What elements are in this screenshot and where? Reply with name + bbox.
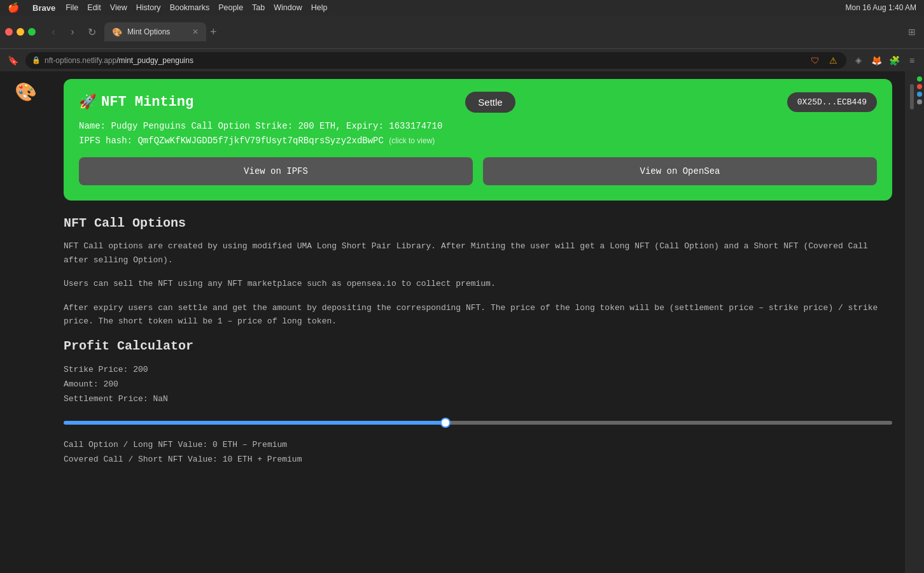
menu-icon[interactable]: ≡ — [905, 53, 919, 67]
view-opensea-button[interactable]: View on OpenSea — [483, 157, 877, 185]
settlement-slider[interactable] — [64, 421, 892, 425]
info-para-1: NFT Call options are created by using mo… — [64, 239, 892, 267]
apple-logo: 🍎 — [8, 2, 20, 13]
scrollbar-thumb[interactable] — [910, 84, 914, 110]
menu-history[interactable]: History — [136, 3, 161, 12]
menu-datetime: Mon 16 Aug 1:40 AM — [846, 3, 916, 12]
right-status-bar — [915, 71, 924, 573]
maximize-traffic-light[interactable] — [28, 28, 36, 36]
tab-close-button[interactable]: ✕ — [192, 27, 199, 36]
call-option-number: 0 ETH – Premium — [213, 440, 287, 449]
status-dot-blue — [917, 92, 922, 97]
ipfs-hash-line: IPFS hash: QmfQZwKfKWJGDD5f7jkfV79fUsyt7… — [79, 136, 877, 146]
address-domain: nft-options.netlify.app — [45, 56, 116, 65]
sidebar: 🎨 — [0, 71, 51, 573]
call-option-result-line: Call Option / Long NFT Value: 0 ETH – Pr… — [64, 437, 892, 452]
card-top-row: 🚀 NFT Minting Settle 0X25D...ECB449 — [79, 92, 877, 113]
slider-container — [64, 416, 892, 427]
puzzle-icon[interactable]: 🧩 — [887, 53, 901, 67]
forward-button[interactable]: › — [65, 24, 80, 39]
tab-title: Mint Options — [127, 27, 187, 36]
app-name: Brave — [32, 3, 55, 13]
browser-chrome: ‹ › ↻ 🎨 Mint Options ✕ + ⊞ — [0, 15, 924, 48]
address-text: nft-options.netlify.app/mint_pudgy_pengu… — [45, 56, 193, 65]
minimize-traffic-light[interactable] — [17, 28, 24, 36]
main-content: 🚀 NFT Minting Settle 0X25D...ECB449 Name… — [51, 71, 905, 573]
profit-calculator-section: Profit Calculator Strike Price: 200 Amou… — [64, 339, 892, 467]
menu-people[interactable]: People — [218, 3, 243, 12]
ipfs-hash-value[interactable]: QmfQZwKfKWJGDD5f7jkfV79fUsyt7qRBqrsSyzy2… — [137, 136, 383, 146]
settlement-number: NaN — [153, 394, 167, 404]
address-path: /mint_pudgy_penguins — [116, 56, 193, 65]
nft-minting-card: 🚀 NFT Minting Settle 0X25D...ECB449 Name… — [64, 79, 892, 201]
info-para-3: After expiry users can settle and get th… — [64, 301, 892, 329]
address-bar-row: 🔖 🔒 nft-options.netlify.app/mint_pudgy_p… — [0, 48, 924, 71]
reload-button[interactable]: ↻ — [84, 24, 99, 39]
scrollbar-area[interactable] — [905, 71, 915, 573]
menu-file[interactable]: File — [66, 3, 78, 12]
nft-options-title: NFT Call Options — [64, 216, 892, 230]
settle-button[interactable]: Settle — [465, 92, 515, 113]
tab-favicon: 🎨 — [112, 27, 122, 37]
call-option-label: Call Option / Long NFT Value: — [64, 440, 207, 449]
ipfs-label: IPFS hash: — [79, 136, 132, 146]
close-traffic-light[interactable] — [5, 28, 13, 36]
menu-view[interactable]: View — [110, 3, 127, 12]
content-area: 🎨 🚀 NFT Minting Settle 0X25D...ECB449 Na… — [0, 71, 924, 573]
status-dot-red — [917, 84, 922, 89]
extensions-icon[interactable]: ⊞ — [905, 25, 919, 39]
strike-price-number: 200 — [133, 365, 148, 374]
strike-price-label: Strike Price: — [64, 365, 128, 374]
status-dot-gray — [917, 99, 922, 104]
tab-bar: 🎨 Mint Options ✕ + — [104, 21, 900, 43]
bookmark-button[interactable]: 🔖 — [5, 53, 20, 68]
status-dot-green — [917, 76, 922, 81]
address-bar[interactable]: 🔒 nft-options.netlify.app/mint_pudgy_pen… — [25, 52, 846, 69]
click-to-view-label: (click to view) — [389, 136, 435, 145]
settlement-price-line: Settlement Price: NaN — [64, 392, 892, 406]
covered-call-number: 10 ETH + Premium — [223, 455, 302, 464]
profit-values: Strike Price: 200 Amount: 200 Settlement… — [64, 362, 892, 407]
menu-help[interactable]: Help — [311, 3, 328, 12]
browser-action-icons: ⊞ — [905, 25, 919, 39]
metamask-icon[interactable]: 🦊 — [869, 53, 883, 67]
card-title-text: NFT Minting — [101, 94, 193, 110]
brave-rewards-icon[interactable]: ◈ — [851, 53, 865, 67]
view-ipfs-button[interactable]: View on IPFS — [79, 157, 473, 185]
result-values: Call Option / Long NFT Value: 0 ETH – Pr… — [64, 437, 892, 467]
rocket-icon: 🚀 — [79, 94, 96, 111]
amount-number: 200 — [103, 379, 118, 389]
card-title: 🚀 NFT Minting — [79, 94, 193, 111]
profit-calculator-title: Profit Calculator — [64, 339, 892, 353]
covered-call-result-line: Covered Call / Short NFT Value: 10 ETH +… — [64, 452, 892, 467]
menu-bookmarks[interactable]: Bookmarks — [170, 3, 210, 12]
lock-icon: 🔒 — [32, 56, 41, 64]
nav-buttons: ‹ › ↻ — [46, 24, 99, 39]
settlement-label: Settlement Price: — [64, 394, 148, 404]
info-para-2: Users can sell the NFT using any NFT mar… — [64, 277, 892, 290]
menu-tab[interactable]: Tab — [252, 3, 265, 12]
card-buttons: View on IPFS View on OpenSea — [79, 157, 877, 185]
sidebar-logo[interactable]: 🎨 — [15, 81, 37, 103]
browser-tab[interactable]: 🎨 Mint Options ✕ — [104, 22, 206, 41]
traffic-lights — [5, 28, 36, 36]
amount-line: Amount: 200 — [64, 377, 892, 392]
new-tab-button[interactable]: + — [210, 25, 217, 39]
menu-right: Mon 16 Aug 1:40 AM — [846, 3, 916, 12]
menu-items: File Edit View History Bookmarks People … — [66, 3, 327, 12]
amount-label: Amount: — [64, 379, 99, 389]
back-button[interactable]: ‹ — [46, 24, 61, 39]
menu-window[interactable]: Window — [274, 3, 302, 12]
toolbar-icons: ◈ 🦊 🧩 ≡ — [851, 53, 919, 67]
nft-call-options-section: NFT Call Options NFT Call options are cr… — [64, 216, 892, 328]
strike-price-line: Strike Price: 200 — [64, 362, 892, 377]
menu-edit[interactable]: Edit — [87, 3, 101, 12]
wallet-address-button[interactable]: 0X25D...ECB449 — [787, 92, 877, 112]
warning-icon[interactable]: ⚠ — [826, 53, 840, 67]
brave-shield-icon[interactable]: 🛡 — [808, 53, 822, 67]
covered-call-label: Covered Call / Short NFT Value: — [64, 455, 218, 464]
menu-bar: 🍎 Brave File Edit View History Bookmarks… — [0, 0, 924, 15]
nft-name-line: Name: Pudgy Penguins Call Option Strike:… — [79, 119, 877, 133]
